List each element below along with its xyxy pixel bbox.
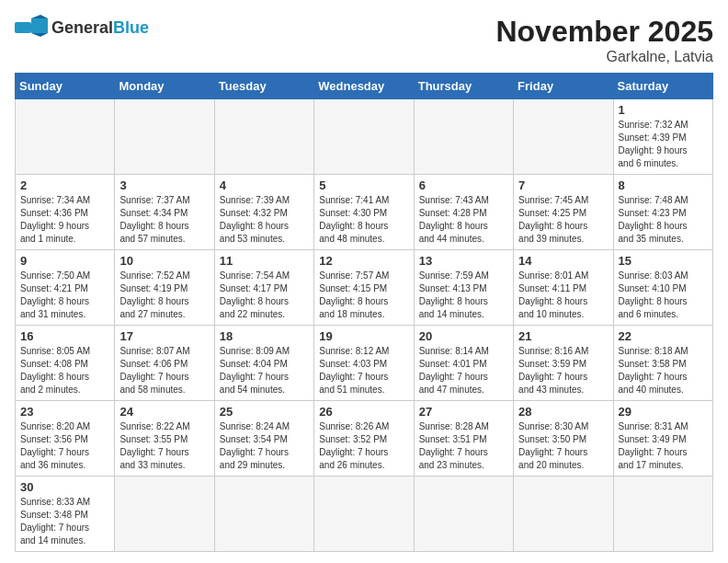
day-number: 6 bbox=[419, 178, 508, 192]
day-info: Sunrise: 8:20 AM Sunset: 3:56 PM Dayligh… bbox=[20, 420, 109, 472]
day-number: 29 bbox=[619, 405, 708, 419]
weekday-header-tuesday: Tuesday bbox=[214, 74, 313, 99]
month-year: November 2025 bbox=[495, 15, 713, 49]
day-number: 25 bbox=[220, 405, 309, 419]
calendar-cell: 19Sunrise: 8:12 AM Sunset: 4:03 PM Dayli… bbox=[314, 326, 414, 401]
calendar-cell: 5Sunrise: 7:41 AM Sunset: 4:30 PM Daylig… bbox=[314, 175, 414, 250]
week-row-1: 2Sunrise: 7:34 AM Sunset: 4:36 PM Daylig… bbox=[16, 175, 713, 250]
calendar-cell: 17Sunrise: 8:07 AM Sunset: 4:06 PM Dayli… bbox=[115, 326, 214, 401]
location: Garkalne, Latvia bbox=[495, 49, 713, 65]
svg-marker-2 bbox=[31, 15, 48, 18]
day-number: 12 bbox=[319, 254, 408, 268]
day-number: 9 bbox=[20, 254, 109, 268]
day-number: 27 bbox=[419, 405, 508, 419]
calendar-cell: 27Sunrise: 8:28 AM Sunset: 3:51 PM Dayli… bbox=[414, 401, 513, 477]
day-number: 30 bbox=[20, 480, 109, 494]
calendar-cell: 14Sunrise: 8:01 AM Sunset: 4:11 PM Dayli… bbox=[514, 250, 613, 326]
day-info: Sunrise: 8:22 AM Sunset: 3:55 PM Dayligh… bbox=[119, 420, 209, 472]
week-row-4: 23Sunrise: 8:20 AM Sunset: 3:56 PM Dayli… bbox=[16, 401, 713, 477]
day-number: 13 bbox=[419, 254, 508, 268]
day-info: Sunrise: 8:07 AM Sunset: 4:06 PM Dayligh… bbox=[119, 345, 209, 396]
day-info: Sunrise: 8:09 AM Sunset: 4:04 PM Dayligh… bbox=[220, 345, 309, 396]
calendar-cell: 3Sunrise: 7:37 AM Sunset: 4:34 PM Daylig… bbox=[115, 175, 214, 250]
day-number: 19 bbox=[319, 329, 408, 343]
day-number: 21 bbox=[518, 329, 608, 343]
calendar-cell: 28Sunrise: 8:30 AM Sunset: 3:50 PM Dayli… bbox=[514, 401, 613, 477]
day-info: Sunrise: 7:45 AM Sunset: 4:25 PM Dayligh… bbox=[518, 194, 608, 246]
day-info: Sunrise: 8:33 AM Sunset: 3:48 PM Dayligh… bbox=[20, 496, 109, 547]
calendar-cell: 23Sunrise: 8:20 AM Sunset: 3:56 PM Dayli… bbox=[16, 401, 115, 477]
calendar-cell: 2Sunrise: 7:34 AM Sunset: 4:36 PM Daylig… bbox=[16, 175, 115, 250]
day-info: Sunrise: 8:24 AM Sunset: 3:54 PM Dayligh… bbox=[220, 420, 309, 472]
day-info: Sunrise: 8:30 AM Sunset: 3:50 PM Dayligh… bbox=[518, 420, 608, 472]
calendar-cell: 8Sunrise: 7:48 AM Sunset: 4:23 PM Daylig… bbox=[613, 175, 712, 250]
day-number: 23 bbox=[20, 405, 109, 419]
day-info: Sunrise: 8:05 AM Sunset: 4:08 PM Dayligh… bbox=[20, 345, 109, 396]
calendar-cell: 9Sunrise: 7:50 AM Sunset: 4:21 PM Daylig… bbox=[16, 250, 115, 326]
day-number: 15 bbox=[619, 254, 708, 268]
calendar-cell: 12Sunrise: 7:57 AM Sunset: 4:15 PM Dayli… bbox=[314, 250, 414, 326]
calendar-cell: 15Sunrise: 8:03 AM Sunset: 4:10 PM Dayli… bbox=[613, 250, 712, 326]
week-row-3: 16Sunrise: 8:05 AM Sunset: 4:08 PM Dayli… bbox=[16, 326, 713, 401]
day-info: Sunrise: 7:54 AM Sunset: 4:17 PM Dayligh… bbox=[220, 270, 309, 321]
day-info: Sunrise: 7:52 AM Sunset: 4:19 PM Dayligh… bbox=[119, 270, 209, 321]
weekday-header-friday: Friday bbox=[514, 74, 613, 99]
week-row-0: 1Sunrise: 7:32 AM Sunset: 4:39 PM Daylig… bbox=[16, 99, 713, 175]
day-info: Sunrise: 8:01 AM Sunset: 4:11 PM Dayligh… bbox=[518, 270, 608, 321]
calendar-cell bbox=[314, 477, 414, 552]
header: GeneralBlue November 2025 Garkalne, Latv… bbox=[15, 15, 713, 65]
day-number: 8 bbox=[619, 178, 708, 192]
calendar-cell bbox=[414, 99, 513, 175]
calendar-cell: 11Sunrise: 7:54 AM Sunset: 4:17 PM Dayli… bbox=[214, 250, 313, 326]
day-number: 5 bbox=[319, 178, 408, 192]
day-number: 11 bbox=[220, 254, 309, 268]
calendar: SundayMondayTuesdayWednesdayThursdayFrid… bbox=[15, 73, 713, 552]
day-info: Sunrise: 8:12 AM Sunset: 4:03 PM Dayligh… bbox=[319, 345, 408, 396]
calendar-cell bbox=[314, 99, 414, 175]
day-number: 3 bbox=[119, 178, 209, 192]
calendar-cell: 25Sunrise: 8:24 AM Sunset: 3:54 PM Dayli… bbox=[214, 401, 313, 477]
day-info: Sunrise: 7:43 AM Sunset: 4:28 PM Dayligh… bbox=[419, 194, 508, 246]
weekday-header-sunday: Sunday bbox=[16, 74, 115, 99]
day-number: 14 bbox=[518, 254, 608, 268]
day-info: Sunrise: 8:14 AM Sunset: 4:01 PM Dayligh… bbox=[419, 345, 508, 396]
week-row-2: 9Sunrise: 7:50 AM Sunset: 4:21 PM Daylig… bbox=[16, 250, 713, 326]
calendar-cell bbox=[414, 477, 513, 552]
calendar-cell: 7Sunrise: 7:45 AM Sunset: 4:25 PM Daylig… bbox=[514, 175, 613, 250]
calendar-cell bbox=[16, 99, 115, 175]
day-number: 20 bbox=[419, 329, 508, 343]
week-row-5: 30Sunrise: 8:33 AM Sunset: 3:48 PM Dayli… bbox=[16, 477, 713, 552]
calendar-cell: 6Sunrise: 7:43 AM Sunset: 4:28 PM Daylig… bbox=[414, 175, 513, 250]
day-number: 28 bbox=[518, 405, 608, 419]
day-info: Sunrise: 7:34 AM Sunset: 4:36 PM Dayligh… bbox=[20, 194, 109, 246]
weekday-header-wednesday: Wednesday bbox=[314, 74, 414, 99]
calendar-cell: 13Sunrise: 7:59 AM Sunset: 4:13 PM Dayli… bbox=[414, 250, 513, 326]
calendar-cell bbox=[613, 477, 712, 552]
day-info: Sunrise: 7:37 AM Sunset: 4:34 PM Dayligh… bbox=[119, 194, 209, 246]
calendar-cell bbox=[115, 99, 214, 175]
weekday-header-thursday: Thursday bbox=[414, 74, 513, 99]
day-number: 2 bbox=[20, 178, 109, 192]
calendar-cell: 16Sunrise: 8:05 AM Sunset: 4:08 PM Dayli… bbox=[16, 326, 115, 401]
svg-marker-1 bbox=[31, 18, 48, 33]
day-info: Sunrise: 7:32 AM Sunset: 4:39 PM Dayligh… bbox=[619, 119, 708, 170]
day-number: 18 bbox=[220, 329, 309, 343]
day-info: Sunrise: 7:39 AM Sunset: 4:32 PM Dayligh… bbox=[220, 194, 309, 246]
calendar-cell: 29Sunrise: 8:31 AM Sunset: 3:49 PM Dayli… bbox=[613, 401, 712, 477]
weekday-header-saturday: Saturday bbox=[613, 74, 712, 99]
day-info: Sunrise: 8:28 AM Sunset: 3:51 PM Dayligh… bbox=[419, 420, 508, 472]
weekday-header-monday: Monday bbox=[115, 74, 214, 99]
day-info: Sunrise: 8:26 AM Sunset: 3:52 PM Dayligh… bbox=[319, 420, 408, 472]
svg-marker-3 bbox=[31, 33, 48, 37]
day-info: Sunrise: 7:57 AM Sunset: 4:15 PM Dayligh… bbox=[319, 270, 408, 321]
title-block: November 2025 Garkalne, Latvia bbox=[495, 15, 713, 65]
day-info: Sunrise: 8:18 AM Sunset: 3:58 PM Dayligh… bbox=[619, 345, 708, 396]
calendar-cell: 4Sunrise: 7:39 AM Sunset: 4:32 PM Daylig… bbox=[214, 175, 313, 250]
day-info: Sunrise: 7:50 AM Sunset: 4:21 PM Dayligh… bbox=[20, 270, 109, 321]
day-number: 26 bbox=[319, 405, 408, 419]
day-number: 1 bbox=[619, 103, 708, 117]
calendar-cell: 1Sunrise: 7:32 AM Sunset: 4:39 PM Daylig… bbox=[613, 99, 712, 175]
calendar-cell: 21Sunrise: 8:16 AM Sunset: 3:59 PM Dayli… bbox=[514, 326, 613, 401]
calendar-cell: 20Sunrise: 8:14 AM Sunset: 4:01 PM Dayli… bbox=[414, 326, 513, 401]
day-number: 24 bbox=[119, 405, 209, 419]
